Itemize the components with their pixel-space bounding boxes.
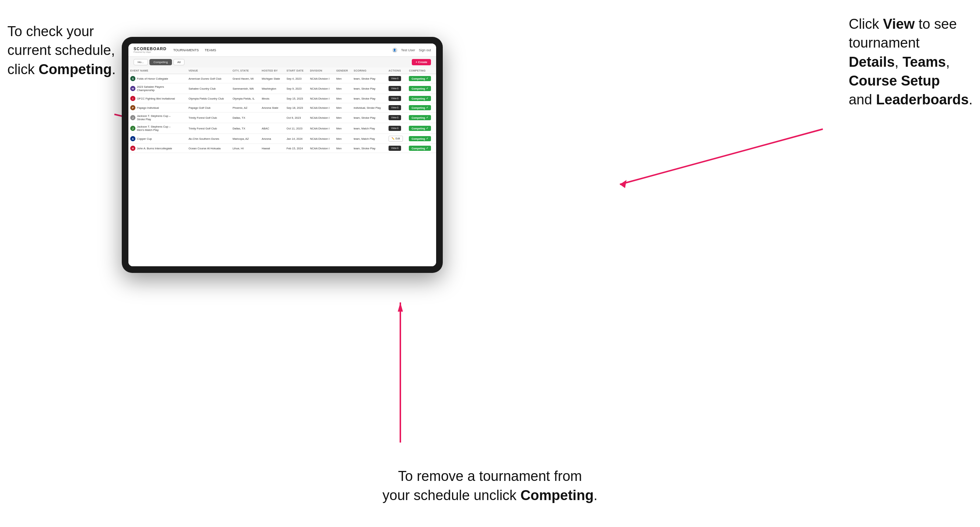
sign-out-link[interactable]: Sign out xyxy=(419,48,431,52)
view-button[interactable]: View ℹ xyxy=(388,115,401,120)
svg-marker-5 xyxy=(398,302,403,312)
annotation-bottom: To remove a tournament from your schedul… xyxy=(383,467,598,505)
cell-event-name: J Jackson T. Stephens Cup – Men's Match … xyxy=(129,123,187,134)
table-row: P Papago Individual Papago Golf ClubPhoe… xyxy=(129,103,436,113)
cell-actions[interactable]: View ℹ xyxy=(387,144,407,153)
cell-venue: Trinity Forest Golf Club xyxy=(187,123,231,134)
annotation-top-left: To check your current schedule, click Co… xyxy=(7,22,116,79)
filter-tab-home[interactable]: Ho... xyxy=(134,59,148,65)
competing-badge[interactable]: Competing xyxy=(409,126,431,131)
cell-scoring: team, Stroke Play xyxy=(352,94,387,103)
col-start-date: START DATE xyxy=(285,67,309,74)
table-row: A Copper Cup Ak-Chin Southern DunesMaric… xyxy=(129,134,436,144)
table-header-row: EVENT NAME VENUE CITY, STATE HOSTED BY S… xyxy=(129,67,436,74)
cell-city-state: Dallas, TX xyxy=(231,123,260,134)
cell-competing[interactable]: Competing xyxy=(407,94,436,103)
competing-badge[interactable]: Competing xyxy=(409,96,431,101)
cell-competing[interactable]: Competing xyxy=(407,113,436,123)
cell-venue: Olympia Fields Country Club xyxy=(187,94,231,103)
cell-venue: Ak-Chin Southern Dunes xyxy=(187,134,231,144)
cell-competing[interactable]: Competing xyxy=(407,123,436,134)
cell-actions[interactable]: View ℹ xyxy=(387,123,407,134)
cell-city-state: Dallas, TX xyxy=(231,113,260,123)
nav-right: 👤 Test User Sign out xyxy=(392,48,431,53)
cell-competing[interactable]: Competing xyxy=(407,144,436,153)
table-row: I OFCC Fighting Illini Invitational Olym… xyxy=(129,94,436,103)
cell-event-name: H John A. Burns Intercollegiate xyxy=(129,144,187,153)
cell-scoring: team, Match Play xyxy=(352,134,387,144)
cell-start-date: Sep 9, 2023 xyxy=(285,83,309,94)
competing-badge[interactable]: Competing xyxy=(409,86,431,91)
cell-gender: Men xyxy=(334,134,352,144)
cell-actions[interactable]: View ℹ xyxy=(387,94,407,103)
create-button[interactable]: + Create xyxy=(412,59,431,65)
cell-division: NCAA Division I xyxy=(308,144,334,153)
table-row: H John A. Burns Intercollegiate Ocean Co… xyxy=(129,144,436,153)
competing-badge[interactable]: Competing xyxy=(409,115,431,120)
competing-badge[interactable]: Competing xyxy=(409,146,431,151)
cell-actions[interactable]: View ℹ xyxy=(387,103,407,113)
cell-competing[interactable]: Competing xyxy=(407,83,436,94)
filter-tab-competing[interactable]: Competing xyxy=(150,59,172,65)
cell-hosted-by: Arizona State xyxy=(260,103,285,113)
view-button[interactable]: View ℹ xyxy=(388,105,401,110)
cell-venue: Sahalee Country Club xyxy=(187,83,231,94)
cell-division: NCAA Division I xyxy=(308,74,334,83)
cell-start-date: Feb 15, 2024 xyxy=(285,144,309,153)
event-name-text: Jackson T. Stephens Cup – Stroke Play xyxy=(137,114,178,121)
cell-competing[interactable]: Competing xyxy=(407,134,436,144)
cell-venue: Papago Golf Club xyxy=(187,103,231,113)
filter-tab-all[interactable]: All xyxy=(173,59,185,65)
cell-event-name: I OFCC Fighting Illini Invitational xyxy=(129,94,187,103)
table-row: J Jackson T. Stephens Cup – Stroke Play … xyxy=(129,113,436,123)
cell-start-date: Sep 4, 2023 xyxy=(285,74,309,83)
view-button[interactable]: View ℹ xyxy=(388,96,401,101)
nav-bar: SCOREBOARD Powered by clippi TOURNAMENTS… xyxy=(129,43,436,57)
cell-division: NCAA Division I xyxy=(308,134,334,144)
annotation-top-right: Click View to see tournament Details, Te… xyxy=(849,15,973,109)
view-button[interactable]: View ℹ xyxy=(388,76,401,81)
cell-hosted-by: Michigan State xyxy=(260,74,285,83)
filter-bar: Ho... Competing All + Create xyxy=(129,57,436,67)
cell-city-state: Olympia Fields, IL xyxy=(231,94,260,103)
view-button[interactable]: View ℹ xyxy=(388,86,401,91)
cell-division: NCAA Division I xyxy=(308,113,334,123)
cell-city-state: Maricopa, AZ xyxy=(231,134,260,144)
cell-city-state: Grand Haven, MI xyxy=(231,74,260,83)
table-row: W 2023 Sahalee Players Championship Saha… xyxy=(129,83,436,94)
nav-teams[interactable]: TEAMS xyxy=(205,48,216,52)
event-name-text: OFCC Fighting Illini Invitational xyxy=(137,97,178,100)
svg-marker-3 xyxy=(620,180,627,188)
cell-actions[interactable]: View ℹ xyxy=(387,113,407,123)
view-button[interactable]: View ℹ xyxy=(388,126,401,131)
brand-sub: Powered by clippi xyxy=(134,51,166,53)
col-competing: COMPETING xyxy=(407,67,436,74)
competing-badge[interactable]: Competing xyxy=(409,136,431,141)
cell-scoring: team, Match Play xyxy=(352,123,387,134)
cell-actions[interactable]: View ℹ xyxy=(387,83,407,94)
user-icon: 👤 xyxy=(392,48,398,53)
event-name-text: 2023 Sahalee Players Championship xyxy=(137,85,178,92)
filter-tabs: Ho... Competing All xyxy=(134,59,185,65)
competing-badge[interactable]: Competing xyxy=(409,105,431,110)
cell-competing[interactable]: Competing xyxy=(407,103,436,113)
view-button[interactable]: View ℹ xyxy=(388,146,401,151)
nav-tournaments[interactable]: TOURNAMENTS xyxy=(173,48,199,52)
cell-competing[interactable]: Competing xyxy=(407,74,436,83)
col-event-name: EVENT NAME xyxy=(129,67,187,74)
competing-badge[interactable]: Competing xyxy=(409,76,431,81)
col-actions: ACTIONS xyxy=(387,67,407,74)
cell-start-date: Sep 15, 2023 xyxy=(285,94,309,103)
col-city-state: CITY, STATE xyxy=(231,67,260,74)
cell-scoring: team, Stroke Play xyxy=(352,74,387,83)
tournaments-table: EVENT NAME VENUE CITY, STATE HOSTED BY S… xyxy=(129,67,436,153)
cell-actions[interactable]: ✏️ Edit xyxy=(387,134,407,144)
cell-actions[interactable]: View ℹ xyxy=(387,74,407,83)
cell-venue: Trinity Forest Golf Club xyxy=(187,113,231,123)
brand-name: SCOREBOARD xyxy=(134,47,166,51)
cell-gender: Men xyxy=(334,113,352,123)
edit-button[interactable]: ✏️ Edit xyxy=(388,136,403,141)
cell-hosted-by xyxy=(260,113,285,123)
cell-gender: Men xyxy=(334,83,352,94)
cell-event-name: W 2023 Sahalee Players Championship xyxy=(129,83,187,94)
